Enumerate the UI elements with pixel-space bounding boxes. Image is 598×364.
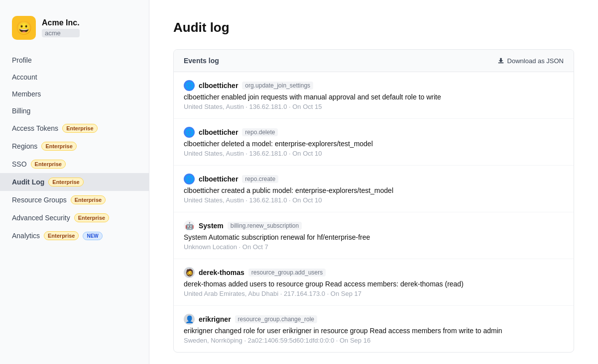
sidebar-item-profile[interactable]: Profile — [0, 52, 149, 69]
badge-enterprise: Enterprise — [31, 160, 66, 169]
sidebar-item-analytics[interactable]: AnalyticsEnterpriseNEW — [0, 227, 149, 245]
event-avatar: 👤 — [184, 314, 195, 325]
event-description: erikrigner changed role for user erikrig… — [184, 327, 564, 335]
event-action-tag: repo.create — [242, 175, 278, 183]
badge-enterprise: Enterprise — [74, 213, 109, 222]
event-action-tag: billing.renew_subscription — [228, 222, 302, 230]
sidebar-item-label: Analytics — [12, 232, 40, 240]
events-panel: Events log Download as JSON 🌐clboettiche… — [173, 49, 574, 353]
event-avatar: 🌐 — [184, 174, 195, 184]
org-info: Acme Inc. acme — [42, 18, 80, 37]
sidebar-item-access-tokens[interactable]: Access TokensEnterprise — [0, 119, 149, 137]
badge-enterprise: Enterprise — [71, 195, 106, 204]
event-avatar: 🤖 — [184, 220, 195, 231]
sidebar-item-members[interactable]: Members — [0, 86, 149, 102]
events-header: Events log Download as JSON — [174, 50, 574, 72]
sidebar-item-label: Audit Log — [12, 178, 44, 186]
sidebar-item-label: Profile — [12, 56, 32, 64]
event-description: System Automatic subscription renewal fo… — [184, 233, 564, 241]
event-meta: United States, Austin · 136.62.181.0 · O… — [184, 196, 564, 204]
event-actor: System — [199, 222, 224, 230]
event-avatar: 🌐 — [184, 127, 195, 138]
sidebar-item-label: Resource Groups — [12, 196, 67, 204]
badge-enterprise: Enterprise — [62, 124, 97, 133]
sidebar-item-label: Access Tokens — [12, 124, 58, 132]
badge-new: NEW — [83, 232, 102, 240]
event-action-tag: resource_group.add_users — [248, 269, 326, 276]
sidebar: 😀 Acme Inc. acme ProfileAccountMembersBi… — [0, 0, 149, 364]
event-row: 🌐clboetticherrepo.deleteclboetticher del… — [174, 119, 574, 166]
sidebar-item-label: Members — [12, 90, 41, 98]
event-description: clboetticher deleted a model: enterprise… — [184, 140, 564, 148]
event-actor: derek-thomas — [199, 269, 244, 276]
main-content: Audit log Events log Download as JSON 🌐c… — [149, 0, 598, 364]
sidebar-item-billing[interactable]: Billing — [0, 102, 149, 119]
sidebar-item-regions[interactable]: RegionsEnterprise — [0, 137, 149, 155]
sidebar-item-account[interactable]: Account — [0, 69, 149, 86]
org-name: Acme Inc. — [42, 18, 80, 27]
event-description: derek-thomas added users to resource gro… — [184, 280, 564, 288]
event-meta: Unknown Location · On Oct 7 — [184, 243, 564, 251]
sidebar-item-sso[interactable]: SSOEnterprise — [0, 155, 149, 173]
org-slug: acme — [42, 29, 80, 37]
sidebar-item-label: Advanced Security — [12, 214, 70, 222]
event-avatar: 🌐 — [184, 80, 195, 91]
download-icon — [497, 57, 504, 64]
sidebar-item-advanced-security[interactable]: Advanced SecurityEnterprise — [0, 209, 149, 227]
badge-enterprise: Enterprise — [48, 178, 83, 186]
events-list: 🌐clboetticherorg.update_join_settingsclb… — [174, 72, 574, 352]
sidebar-item-resource-groups[interactable]: Resource GroupsEnterprise — [0, 191, 149, 209]
event-row: 👤erikrignerresource_group.change_roleeri… — [174, 306, 574, 352]
event-row: 🌐clboetticherorg.update_join_settingsclb… — [174, 72, 574, 119]
event-meta: Sweden, Norrköping · 2a02:1406:59:5d60:1… — [184, 337, 564, 344]
events-header-title: Events log — [184, 57, 219, 65]
sidebar-item-audit-log[interactable]: Audit LogEnterprise — [0, 173, 149, 191]
badge-enterprise: Enterprise — [44, 231, 79, 240]
badge-enterprise: Enterprise — [41, 142, 76, 151]
sidebar-item-label: SSO — [12, 160, 27, 168]
event-action-tag: resource_group.change_role — [235, 315, 317, 323]
download-json-button[interactable]: Download as JSON — [497, 57, 564, 65]
event-row: 🌐clboetticherrepo.createclboetticher cre… — [174, 166, 574, 212]
sidebar-item-label: Regions — [12, 142, 37, 150]
download-label: Download as JSON — [507, 57, 564, 65]
event-description: clboetticher enabled join requests with … — [184, 93, 564, 101]
event-actor: clboetticher — [199, 128, 238, 136]
event-avatar: 🧔 — [184, 267, 195, 278]
org-header: 😀 Acme Inc. acme — [0, 10, 149, 52]
nav-container: ProfileAccountMembersBillingAccess Token… — [0, 52, 149, 245]
org-avatar: 😀 — [12, 16, 36, 40]
event-meta: United States, Austin · 136.62.181.0 · O… — [184, 150, 564, 157]
event-meta: United Arab Emirates, Abu Dhabi · 217.16… — [184, 290, 564, 297]
event-action-tag: org.update_join_settings — [242, 82, 313, 90]
event-action-tag: repo.delete — [242, 128, 278, 136]
event-row: 🤖Systembilling.renew_subscriptionSystem … — [174, 212, 574, 259]
event-description: clboetticher created a public model: ent… — [184, 186, 564, 194]
event-row: 🧔derek-thomasresource_group.add_usersder… — [174, 259, 574, 306]
event-meta: United States, Austin · 136.62.181.0 · O… — [184, 103, 564, 110]
sidebar-item-label: Billing — [12, 107, 30, 115]
event-actor: clboetticher — [199, 82, 238, 90]
org-avatar-emoji: 😀 — [16, 20, 32, 36]
event-actor: clboetticher — [199, 175, 238, 183]
event-actor: erikrigner — [199, 315, 231, 323]
sidebar-item-label: Account — [12, 73, 37, 81]
page-title: Audit log — [173, 20, 574, 35]
